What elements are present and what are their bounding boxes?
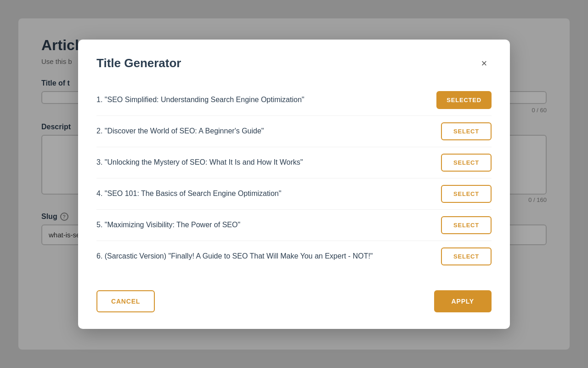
title-text-5: 5. "Maximizing Visibility: The Power of … [96, 219, 432, 230]
modal-close-button[interactable]: × [477, 56, 492, 71]
modal-title: Title Generator [96, 56, 181, 70]
title-text-4: 4. "SEO 101: The Basics of Search Engine… [96, 188, 432, 199]
cancel-button[interactable]: CANCEL [96, 290, 155, 312]
modal-footer: CANCEL APPLY [96, 286, 492, 312]
title-text-2: 2. "Discover the World of SEO: A Beginne… [96, 126, 432, 137]
title-text-1: 1. "SEO Simplified: Understanding Search… [96, 94, 427, 105]
title-item: 1. "SEO Simplified: Understanding Search… [96, 85, 492, 116]
title-text-3: 3. "Unlocking the Mystery of SEO: What I… [96, 157, 432, 168]
select-button-4[interactable]: SELECT [441, 185, 492, 203]
select-button-6[interactable]: SELECT [441, 247, 492, 265]
select-button-5[interactable]: SELECT [441, 216, 492, 234]
select-button-1[interactable]: SELECTED [436, 91, 492, 109]
select-button-3[interactable]: SELECT [441, 154, 492, 172]
title-generator-modal: Title Generator × 1. "SEO Simplified: Un… [78, 40, 510, 329]
title-item: 2. "Discover the World of SEO: A Beginne… [96, 116, 492, 147]
title-item: 3. "Unlocking the Mystery of SEO: What I… [96, 147, 492, 178]
apply-button[interactable]: APPLY [434, 290, 492, 312]
title-item: 6. (Sarcastic Version) "Finally! A Guide… [96, 241, 492, 272]
title-text-6: 6. (Sarcastic Version) "Finally! A Guide… [96, 251, 432, 262]
modal-body: 1. "SEO Simplified: Understanding Search… [96, 85, 492, 272]
modal-overlay: Title Generator × 1. "SEO Simplified: Un… [0, 0, 588, 368]
title-item: 4. "SEO 101: The Basics of Search Engine… [96, 178, 492, 210]
select-button-2[interactable]: SELECT [441, 122, 492, 140]
modal-header: Title Generator × [96, 56, 492, 71]
title-item: 5. "Maximizing Visibility: The Power of … [96, 210, 492, 241]
